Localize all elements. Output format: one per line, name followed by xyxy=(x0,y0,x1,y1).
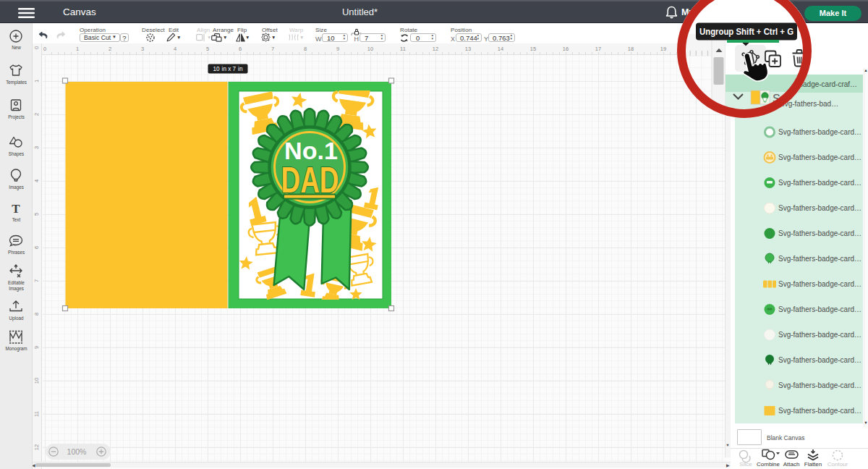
svg-text:Ungroup Shift + Ctrl + G: Ungroup Shift + Ctrl + G xyxy=(699,26,793,37)
